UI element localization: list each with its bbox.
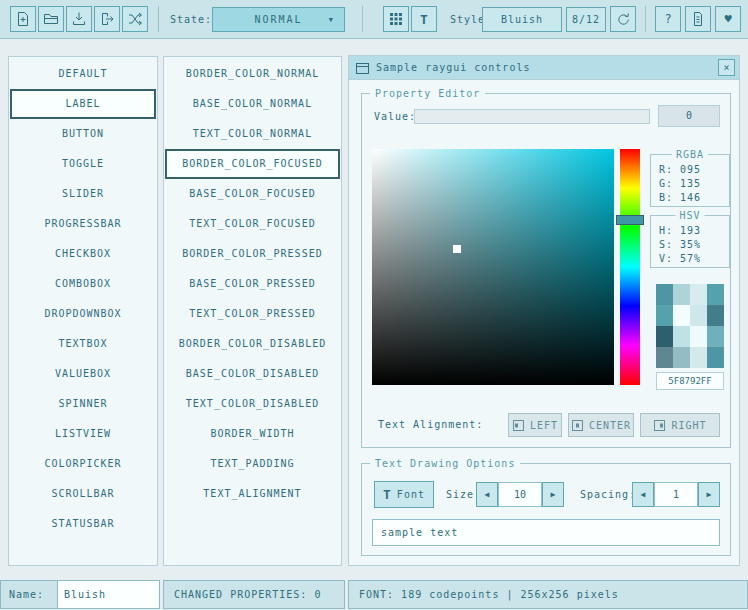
list-item[interactable]: TEXT_COLOR_NORMAL bbox=[165, 119, 340, 149]
align-right-button[interactable]: RIGHT bbox=[640, 413, 720, 437]
window-titlebar[interactable]: Sample raygui controls × bbox=[349, 56, 739, 80]
rgba-group: RGBA R: 095 G: 135 B: 146 bbox=[650, 154, 730, 207]
close-button[interactable]: × bbox=[718, 59, 735, 76]
window-title: Sample raygui controls bbox=[376, 56, 530, 79]
rgba-title: RGBA bbox=[672, 148, 708, 161]
hue-handle[interactable] bbox=[616, 215, 644, 225]
color-swatch[interactable] bbox=[707, 326, 724, 347]
spacing-increment-button[interactable]: ▶ bbox=[698, 482, 720, 507]
hsv-title: HSV bbox=[675, 209, 704, 222]
list-item[interactable]: COLORPICKER bbox=[10, 449, 156, 479]
color-swatch[interactable] bbox=[707, 284, 724, 305]
color-swatch[interactable] bbox=[656, 284, 673, 305]
help-button[interactable]: ? bbox=[655, 6, 681, 32]
state-label: State: bbox=[170, 0, 212, 39]
list-item[interactable]: VALUEBOX bbox=[10, 359, 156, 389]
value-slider[interactable] bbox=[414, 109, 650, 124]
window-icon bbox=[355, 61, 370, 76]
color-swatch[interactable] bbox=[656, 305, 673, 326]
style-name-value: Bluish bbox=[501, 14, 543, 25]
save-icon bbox=[71, 11, 87, 27]
list-item[interactable]: BORDER_COLOR_PRESSED bbox=[165, 239, 340, 269]
color-swatch[interactable] bbox=[656, 326, 673, 347]
text-drawing-options-title: Text Drawing Options bbox=[370, 457, 520, 470]
color-picker-panel[interactable] bbox=[372, 149, 614, 385]
color-swatch[interactable] bbox=[690, 347, 707, 368]
list-item[interactable]: TOGGLE bbox=[10, 149, 156, 179]
style-name-button[interactable]: Bluish bbox=[482, 7, 562, 32]
reload-style-button[interactable] bbox=[610, 6, 636, 32]
save-file-button[interactable] bbox=[66, 6, 92, 32]
list-item[interactable]: BASE_COLOR_FOCUSED bbox=[165, 179, 340, 209]
info-button[interactable] bbox=[685, 6, 711, 32]
align-center-button[interactable]: CENTER bbox=[568, 413, 634, 437]
list-item[interactable]: SLIDER bbox=[10, 179, 156, 209]
color-swatch[interactable] bbox=[707, 305, 724, 326]
sponsor-button[interactable]: ♥ bbox=[715, 6, 741, 32]
size-decrement-button[interactable]: ◀ bbox=[476, 482, 498, 507]
list-item[interactable]: TEXTBOX bbox=[10, 329, 156, 359]
style-name-input[interactable]: Bluish bbox=[58, 581, 159, 608]
list-item[interactable]: BASE_COLOR_DISABLED bbox=[165, 359, 340, 389]
spacing-value-box[interactable]: 1 bbox=[654, 482, 698, 507]
size-increment-button[interactable]: ▶ bbox=[542, 482, 564, 507]
list-item[interactable]: LABEL bbox=[10, 89, 156, 119]
list-item[interactable]: BUTTON bbox=[10, 119, 156, 149]
color-swatch[interactable] bbox=[656, 347, 673, 368]
list-item[interactable]: BASE_COLOR_PRESSED bbox=[165, 269, 340, 299]
list-item[interactable]: TEXT_COLOR_PRESSED bbox=[165, 299, 340, 329]
list-item[interactable]: TEXT_ALIGNMENT bbox=[165, 479, 340, 509]
value-box[interactable]: 0 bbox=[658, 105, 720, 127]
color-swatch[interactable] bbox=[673, 347, 690, 368]
color-swatch[interactable] bbox=[690, 326, 707, 347]
color-swatch[interactable] bbox=[690, 284, 707, 305]
list-item[interactable]: BORDER_WIDTH bbox=[165, 419, 340, 449]
sample-text-box[interactable]: sample text bbox=[372, 519, 720, 546]
color-swatch[interactable] bbox=[673, 326, 690, 347]
color-swatch[interactable] bbox=[707, 347, 724, 368]
rguistyler-app: State: NORMAL ▼ T Style: Bluish 8/12 bbox=[0, 0, 748, 610]
open-file-button[interactable] bbox=[38, 6, 64, 32]
style-index-button[interactable]: 8/12 bbox=[566, 7, 606, 32]
list-item[interactable]: TEXT_PADDING bbox=[165, 449, 340, 479]
font-button-label: Font bbox=[397, 489, 425, 500]
list-item[interactable]: DROPDOWNBOX bbox=[10, 299, 156, 329]
hex-value-box[interactable]: 5F8792FF bbox=[656, 372, 724, 390]
color-swatch[interactable] bbox=[690, 305, 707, 326]
spacing-decrement-button[interactable]: ◀ bbox=[632, 482, 654, 507]
color-swatch[interactable] bbox=[673, 305, 690, 326]
toolbar: State: NORMAL ▼ T Style: Bluish 8/12 bbox=[0, 0, 748, 39]
style-table-button[interactable] bbox=[383, 6, 409, 32]
list-item[interactable]: LISTVIEW bbox=[10, 419, 156, 449]
list-item[interactable]: BORDER_COLOR_FOCUSED bbox=[165, 149, 340, 179]
random-style-button[interactable] bbox=[122, 6, 148, 32]
align-left-button[interactable]: LEFT bbox=[508, 413, 562, 437]
list-item[interactable]: BORDER_COLOR_NORMAL bbox=[165, 59, 340, 89]
font-button[interactable]: T Font bbox=[374, 481, 434, 508]
list-item[interactable]: STATUSBAR bbox=[10, 509, 156, 539]
heart-icon: ♥ bbox=[724, 12, 731, 26]
list-item[interactable]: SPINNER bbox=[10, 389, 156, 419]
hue-bar[interactable] bbox=[620, 149, 640, 385]
list-item[interactable]: TEXT_COLOR_FOCUSED bbox=[165, 209, 340, 239]
color-swatch[interactable] bbox=[673, 284, 690, 305]
state-dropdown[interactable]: NORMAL ▼ bbox=[212, 7, 345, 32]
list-item[interactable]: COMBOBOX bbox=[10, 269, 156, 299]
align-right-label: RIGHT bbox=[671, 420, 706, 431]
arrow-right-icon: ▶ bbox=[551, 490, 556, 499]
list-item[interactable]: BASE_COLOR_NORMAL bbox=[165, 89, 340, 119]
list-item[interactable]: TEXT_COLOR_DISABLED bbox=[165, 389, 340, 419]
status-changed-properties: CHANGED PROPERTIES: 0 bbox=[163, 580, 345, 609]
status-name-section: Name: Bluish bbox=[0, 580, 160, 609]
size-value-box[interactable]: 10 bbox=[498, 482, 542, 507]
list-item[interactable]: DEFAULT bbox=[10, 59, 156, 89]
new-file-button[interactable] bbox=[10, 6, 36, 32]
toolbar-divider bbox=[645, 6, 646, 32]
list-item[interactable]: CHECKBOX bbox=[10, 239, 156, 269]
list-item[interactable]: PROGRESSBAR bbox=[10, 209, 156, 239]
list-item[interactable]: SCROLLBAR bbox=[10, 479, 156, 509]
font-editor-button[interactable]: T bbox=[411, 6, 437, 32]
align-center-label: CENTER bbox=[589, 420, 631, 431]
export-file-button[interactable] bbox=[94, 6, 120, 32]
list-item[interactable]: BORDER_COLOR_DISABLED bbox=[165, 329, 340, 359]
